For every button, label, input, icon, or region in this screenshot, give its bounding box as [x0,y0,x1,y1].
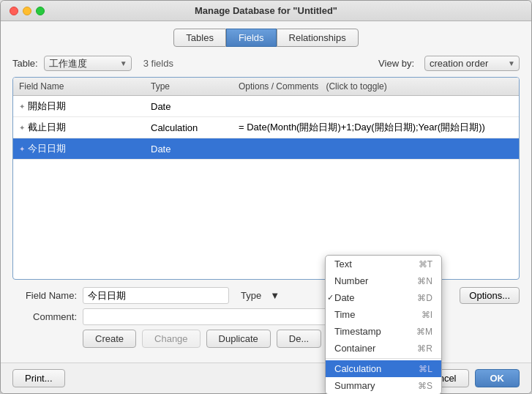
view-by-label: View by: [378,58,414,69]
checkmark-icon: ✓ [327,293,334,302]
field-name-input[interactable] [83,287,229,304]
view-by-select[interactable]: creation order [424,56,520,71]
dropdown-divider [326,358,441,359]
field-name-cell: ✦ 截止日期 [13,119,145,136]
dropdown-shortcut: ⌘T [419,259,432,270]
dropdown-item-time[interactable]: Time ⌘I [326,306,441,323]
drag-handle-icon: ✦ [19,145,25,153]
tab-tables[interactable]: Tables [173,29,226,47]
dropdown-item-summary[interactable]: Summary ⌘S [326,377,441,394]
dropdown-shortcut: ⌘D [417,293,432,303]
dropdown-shortcut: ⌘M [416,327,432,337]
field-row[interactable]: ✦ 截止日期 Calculation = Date(Month(開始日期)+1;… [13,117,519,138]
table-label: Table: [12,58,38,69]
drag-handle-icon: ✦ [19,103,25,111]
bottom-section: Field Name: Type ▼ Options... Comment: C… [12,287,520,363]
dropdown-item-date[interactable]: ✓ Date ⌘D [326,289,441,306]
traffic-lights [10,7,45,15]
ok-button[interactable]: OK [475,369,520,387]
dropdown-item-number[interactable]: Number ⌘N [326,272,441,289]
type-label: Type [241,290,261,301]
table-select[interactable]: 工作進度 [44,56,132,71]
field-options-cell [233,146,519,151]
titlebar: Manage Database for "Untitled" [1,1,531,21]
field-row-selected[interactable]: ✦ 今日日期 Date [13,138,519,160]
tab-bar: Tables Fields Relationships [1,21,531,53]
dropdown-item-label: Container [334,343,375,354]
dropdown-item-label: Summary [334,380,375,391]
delete-button[interactable]: De... [277,330,321,348]
close-button[interactable] [10,7,18,15]
field-type-cell: Calculation [145,120,233,135]
dropdown-item-container[interactable]: Container ⌘R [326,340,441,357]
field-name-cell: ✦ 開始日期 [13,97,145,115]
dropdown-shortcut: ⌘N [417,276,432,286]
content-area: Table: 工作進度 ▼ 3 fields View by: creation… [1,53,531,363]
dropdown-item-label: Timestamp [334,326,381,337]
manage-database-window: Manage Database for "Untitled" Tables Fi… [0,0,532,394]
type-dropdown-section: ▼ [267,290,280,301]
field-type-cell: Date [145,99,233,114]
dropdown-item-label: Time [334,309,355,320]
fields-table-header: Field Name Type Options / Comments (Clic… [13,78,519,96]
dropdown-item-label: Date [334,292,354,303]
window-title: Manage Database for "Untitled" [1,5,531,16]
dropdown-shortcut: ⌘I [422,310,432,320]
create-button[interactable]: Create [83,330,136,348]
tab-fields[interactable]: Fields [226,29,277,47]
header-field-name: Field Name [13,80,145,93]
comment-row: Comment: [12,308,520,325]
table-select-wrapper: 工作進度 ▼ [44,56,132,71]
dropdown-shortcut: ⌘L [419,364,432,374]
field-options-cell: = Date(Month(開始日期)+1;Day(開始日期);Year(開始日期… [233,119,519,136]
options-button[interactable]: Options... [460,287,520,304]
footer: Print... Cancel OK [1,363,531,393]
maximize-button[interactable] [36,7,45,15]
drag-handle-icon: ✦ [19,124,25,132]
minimize-button[interactable] [23,7,31,15]
dropdown-item-timestamp[interactable]: Timestamp ⌘M [326,323,441,340]
field-name-row: Field Name: Type ▼ Options... [12,287,520,304]
field-name-cell: ✦ 今日日期 [13,140,145,157]
print-button[interactable]: Print... [12,369,65,387]
change-button[interactable]: Change [142,330,201,348]
field-row[interactable]: ✦ 開始日期 Date [13,96,519,117]
type-dropdown-menu[interactable]: Text ⌘T Number ⌘N ✓ Date ⌘D Time ⌘I Time… [325,255,442,394]
dropdown-shortcut: ⌘S [418,381,432,391]
field-options-cell [233,104,519,108]
table-selector-row: Table: 工作進度 ▼ 3 fields View by: creation… [12,56,520,71]
action-buttons: Create Change Duplicate De... Paste [83,330,520,348]
tab-relationships[interactable]: Relationships [277,29,359,47]
dropdown-item-label: Text [334,259,352,270]
duplicate-button[interactable]: Duplicate [206,330,271,348]
dropdown-item-label: Calculation [334,363,381,374]
fields-table: Field Name Type Options / Comments (Clic… [12,77,520,280]
fields-list: ✦ 開始日期 Date ✦ 截止日期 Calculation = Date(Mo… [13,96,519,279]
header-options: Options / Comments (Click to toggle) [233,80,519,93]
view-by-select-wrapper: creation order ▼ [424,56,520,71]
type-value: ▼ [270,290,280,301]
dropdown-shortcut: ⌘R [417,343,432,354]
dropdown-item-text[interactable]: Text ⌘T [326,256,441,272]
field-name-label: Field Name: [12,290,77,301]
field-type-cell: Date [145,141,233,157]
dropdown-item-calculation[interactable]: Calculation ⌘L [326,360,441,377]
header-type: Type [145,80,233,93]
fields-count: 3 fields [143,58,173,69]
comment-input[interactable] [83,308,339,325]
comment-label: Comment: [12,311,77,322]
dropdown-item-label: Number [334,275,368,286]
